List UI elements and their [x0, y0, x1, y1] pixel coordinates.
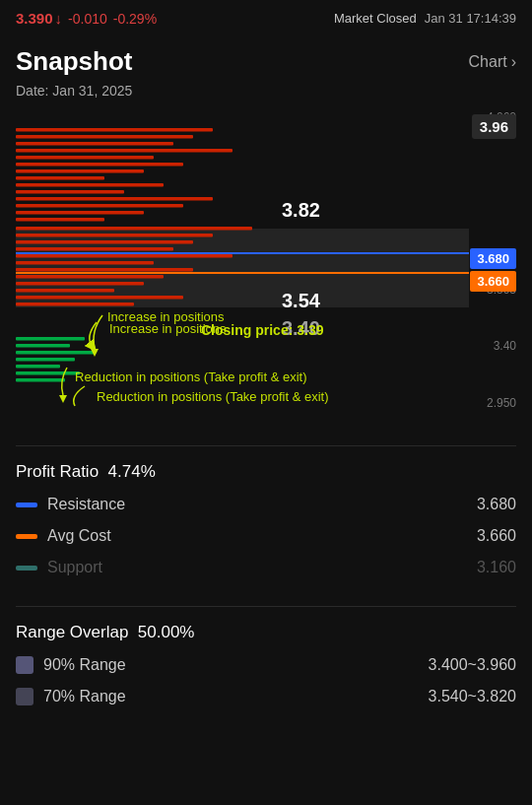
svg-rect-3 [16, 142, 173, 146]
svg-text:Reduction in positions (Take p: Reduction in positions (Take profit & ex… [75, 369, 307, 384]
svg-rect-9 [16, 183, 164, 187]
price-pct: -0.29% [113, 11, 157, 27]
reduction-annotation: Reduction in positions (Take profit & ex… [37, 362, 382, 415]
resistance-value: 3.680 [477, 496, 516, 513]
svg-rect-24 [16, 289, 114, 293]
avgcost-value: 3.660 [477, 527, 516, 545]
range-90-row: 90% Range 3.400~3.960 [16, 656, 516, 674]
range-overlap-title: Range Overlap 50.00% [16, 623, 516, 642]
support-row: Support 3.160 [16, 559, 516, 576]
range-90-label: 90% Range [43, 656, 126, 674]
resistance-label: Resistance [47, 496, 125, 513]
avgcost-badge: 3.660 [470, 271, 516, 292]
support-legend [16, 566, 37, 570]
svg-text:Increase in positions: Increase in positions [107, 309, 225, 324]
svg-rect-23 [16, 282, 144, 286]
svg-rect-22 [16, 275, 164, 279]
market-time: Jan 31 17:14:39 [425, 11, 516, 26]
avgcost-label: Avg Cost [47, 527, 111, 545]
svg-rect-18 [16, 247, 173, 251]
svg-rect-10 [16, 190, 124, 194]
chart-area: 4.060 3.505 3.40 2.950 3.96 3.680 3.660 [0, 110, 532, 445]
chart-link-label: Chart [469, 53, 507, 71]
market-info: Market Closed Jan 31 17:14:39 [334, 11, 516, 26]
svg-rect-11 [16, 197, 213, 201]
market-status: Market Closed [334, 11, 417, 26]
profit-ratio-section: Profit Ratio 4.74% Resistance 3.680 Avg … [0, 446, 532, 598]
price-value: 3.390↓ [16, 10, 62, 27]
svg-rect-7 [16, 169, 144, 173]
price-info: 3.390↓ -0.010 -0.29% [16, 10, 157, 27]
resistance-badge: 3.680 [470, 248, 516, 269]
y-label-340: 3.40 [469, 339, 516, 353]
svg-rect-21 [16, 268, 193, 272]
svg-rect-1 [16, 128, 213, 132]
chevron-right-icon: › [511, 53, 516, 71]
range-90-box [16, 656, 33, 674]
svg-marker-42 [91, 349, 99, 357]
svg-rect-30 [16, 344, 70, 348]
range-70-row: 70% Range 3.540~3.820 [16, 688, 516, 705]
svg-text:3.82: 3.82 [282, 199, 320, 221]
svg-rect-4 [16, 149, 233, 153]
svg-rect-5 [16, 156, 154, 160]
profit-ratio-title: Profit Ratio 4.74% [16, 462, 516, 482]
support-label: Support [47, 559, 102, 576]
svg-rect-16 [16, 234, 213, 237]
status-bar: 3.390↓ -0.010 -0.29% Market Closed Jan 3… [0, 0, 532, 36]
svg-rect-12 [16, 204, 183, 208]
resistance-legend [16, 503, 37, 507]
resistance-row: Resistance 3.680 [16, 496, 516, 513]
svg-marker-44 [59, 395, 67, 403]
svg-rect-2 [16, 135, 193, 139]
svg-rect-19 [16, 254, 233, 258]
svg-rect-25 [16, 296, 183, 300]
avgcost-legend [16, 534, 37, 539]
svg-rect-26 [16, 302, 134, 306]
svg-rect-13 [16, 211, 144, 215]
range-70-value: 3.540~3.820 [429, 688, 516, 705]
price-change: -0.010 [68, 11, 107, 27]
svg-rect-20 [16, 261, 154, 265]
range-70-box [16, 688, 33, 705]
avgcost-row: Avg Cost 3.660 [16, 527, 516, 545]
svg-rect-32 [16, 358, 75, 362]
page-title: Snapshot [16, 46, 132, 77]
range-overlap-section: Range Overlap 50.00% 90% Range 3.400~3.9… [0, 607, 532, 727]
support-value: 3.160 [477, 559, 516, 576]
svg-rect-14 [16, 218, 104, 222]
current-price-badge: 3.96 [472, 114, 516, 139]
svg-rect-8 [16, 176, 104, 180]
range-90-value: 3.400~3.960 [429, 656, 516, 674]
svg-rect-6 [16, 163, 183, 167]
svg-rect-15 [16, 227, 252, 231]
svg-text:3.54: 3.54 [282, 290, 321, 311]
y-label-bottom: 2.950 [469, 396, 516, 410]
page-header: Snapshot Chart › [0, 36, 532, 81]
date-label: Date: Jan 31, 2025 [0, 81, 532, 110]
chart-link[interactable]: Chart › [469, 53, 516, 71]
range-70-label: 70% Range [43, 688, 126, 705]
svg-rect-17 [16, 240, 193, 244]
